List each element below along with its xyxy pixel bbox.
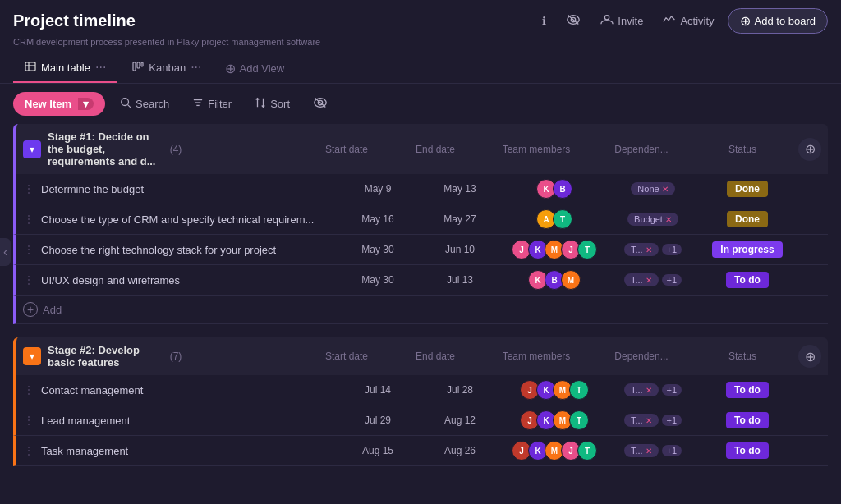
sort-label: Sort xyxy=(270,98,290,110)
dep-badge[interactable]: T... ✕ xyxy=(624,383,659,396)
task-row: ⋮ Task management Aug 15 Aug 26 J K M J … xyxy=(13,436,828,466)
drag-handle[interactable]: ⋮ xyxy=(23,444,34,457)
task-name: Choose the type of CRM and specify techn… xyxy=(41,213,337,226)
page-title: Project timeline xyxy=(13,11,526,30)
tab-main-table-label: Main table xyxy=(41,62,90,74)
task-name: Choose the right technology stack for yo… xyxy=(41,244,337,256)
end-date: May 13 xyxy=(419,183,501,195)
status-badge[interactable]: In progress xyxy=(712,241,782,258)
drag-handle[interactable]: ⋮ xyxy=(23,414,34,427)
dep-plus[interactable]: +1 xyxy=(662,384,682,396)
dep-badge[interactable]: T... ✕ xyxy=(624,273,659,286)
stage-1-collapse-button[interactable]: ▾ xyxy=(23,140,41,158)
status-cell: Done xyxy=(698,181,797,197)
drag-handle[interactable]: ⋮ xyxy=(23,182,34,195)
dep-remove[interactable]: ✕ xyxy=(646,416,652,425)
add-view-icon: ⊕ xyxy=(225,61,236,76)
stage-2-collapse-button[interactable]: ▾ xyxy=(23,347,41,365)
team-cell: K B xyxy=(501,179,608,199)
dep-remove[interactable]: ✕ xyxy=(646,276,652,285)
task-row: ⋮ UI/UX design and wireframes May 30 Jul… xyxy=(13,265,828,296)
stage-2-add-col-button[interactable]: ⊕ xyxy=(798,345,821,368)
status-badge[interactable]: Done xyxy=(727,211,768,227)
status-badge[interactable]: To do xyxy=(726,442,769,459)
end-date: May 27 xyxy=(419,213,501,225)
dep-remove[interactable]: ✕ xyxy=(662,185,669,194)
status-badge[interactable]: Done xyxy=(727,181,768,197)
dep-cell: None ✕ xyxy=(608,182,698,195)
col-header-start-2: Start date xyxy=(306,351,388,362)
search-button[interactable]: Search xyxy=(112,92,177,116)
dep-remove[interactable]: ✕ xyxy=(665,215,672,224)
add-task-row-1[interactable]: + Add xyxy=(13,296,828,324)
add-board-label: Add to board xyxy=(755,15,816,27)
add-to-board-button[interactable]: ⊕ Add to board xyxy=(728,8,828,34)
status-badge[interactable]: To do xyxy=(726,272,769,288)
tab-add-view[interactable]: ⊕ Add View xyxy=(217,54,293,83)
activity-icon xyxy=(663,14,676,28)
dep-badge[interactable]: T... ✕ xyxy=(624,414,659,427)
dep-badge[interactable]: None ✕ xyxy=(631,182,674,195)
status-badge[interactable]: To do xyxy=(726,412,769,428)
invite-icon xyxy=(600,14,614,28)
drag-handle[interactable]: ⋮ xyxy=(23,213,34,226)
task-name: Lead management xyxy=(41,415,337,427)
status-cell: To do xyxy=(698,382,797,398)
avatar: T xyxy=(569,410,589,430)
team-cell: J K M J T xyxy=(501,240,608,259)
start-date: Aug 15 xyxy=(337,445,419,456)
team-cell: J K M T xyxy=(501,410,608,430)
new-item-button[interactable]: New Item ▾ xyxy=(13,92,105,116)
sort-button[interactable]: Sort xyxy=(246,92,298,116)
dep-plus[interactable]: +1 xyxy=(662,274,682,286)
stage-1-add-col-button[interactable]: ⊕ xyxy=(798,138,821,161)
tab-kanban-dots[interactable]: ··· xyxy=(191,60,201,75)
dep-plus[interactable]: +1 xyxy=(662,244,682,255)
dep-badge[interactable]: T... ✕ xyxy=(624,243,659,256)
col-header-dep-1: Dependen... xyxy=(596,144,687,155)
svg-line-11 xyxy=(128,105,131,108)
drag-handle[interactable]: ⋮ xyxy=(23,243,34,256)
task-name: UI/UX design and wireframes xyxy=(41,274,337,286)
task-row: ⋮ Determine the budget May 9 May 13 K B … xyxy=(13,174,828,204)
info-icon: ℹ xyxy=(542,15,546,27)
activity-button[interactable]: Activity xyxy=(656,11,720,31)
side-handle[interactable]: ‹ xyxy=(0,238,11,266)
filter-icon xyxy=(192,98,204,110)
dep-remove[interactable]: ✕ xyxy=(646,447,652,456)
dep-remove[interactable]: ✕ xyxy=(646,245,652,254)
end-date: Aug 12 xyxy=(419,415,501,426)
team-cell: K B M xyxy=(501,270,608,290)
add-label: Add xyxy=(43,304,62,316)
dep-badge[interactable]: T... ✕ xyxy=(624,444,659,457)
info-button[interactable]: ℹ xyxy=(535,11,553,30)
drag-handle[interactable]: ⋮ xyxy=(23,273,34,286)
dep-plus[interactable]: +1 xyxy=(662,445,682,456)
stage-2-header: ▾ Stage #2: Develop basic features (7) S… xyxy=(13,337,828,375)
invite-button[interactable]: Invite xyxy=(594,11,650,31)
svg-point-3 xyxy=(605,16,609,20)
task-row: ⋮ Lead management Jul 29 Aug 12 J K M T … xyxy=(13,405,828,436)
add-board-icon: ⊕ xyxy=(740,13,751,29)
dep-remove[interactable]: ✕ xyxy=(646,386,652,395)
status-cell: To do xyxy=(698,442,797,459)
stage-block-2: ▾ Stage #2: Develop basic features (7) S… xyxy=(13,337,828,466)
avatar: T xyxy=(577,441,597,460)
eye-icon xyxy=(566,14,581,28)
task-name: Task management xyxy=(41,445,337,457)
tab-main-table[interactable]: Main table ··· xyxy=(13,53,117,83)
drag-handle[interactable]: ⋮ xyxy=(23,383,34,396)
dep-badge[interactable]: Budget ✕ xyxy=(627,213,678,226)
task-row: ⋮ Choose the right technology stack for … xyxy=(13,235,828,265)
new-item-dropdown-arrow[interactable]: ▾ xyxy=(78,98,94,110)
tab-kanban[interactable]: Kanban ··· xyxy=(121,53,213,83)
hide-icon-button[interactable] xyxy=(305,92,336,116)
tab-main-table-dots[interactable]: ··· xyxy=(95,60,106,75)
team-cell: J K M J T xyxy=(501,441,608,460)
subtitle: CRM development process presented in Pla… xyxy=(0,37,841,53)
status-badge[interactable]: To do xyxy=(726,382,769,398)
svg-rect-7 xyxy=(133,62,136,71)
filter-button[interactable]: Filter xyxy=(184,93,240,115)
dep-plus[interactable]: +1 xyxy=(662,415,682,426)
eye-button[interactable] xyxy=(559,11,587,31)
